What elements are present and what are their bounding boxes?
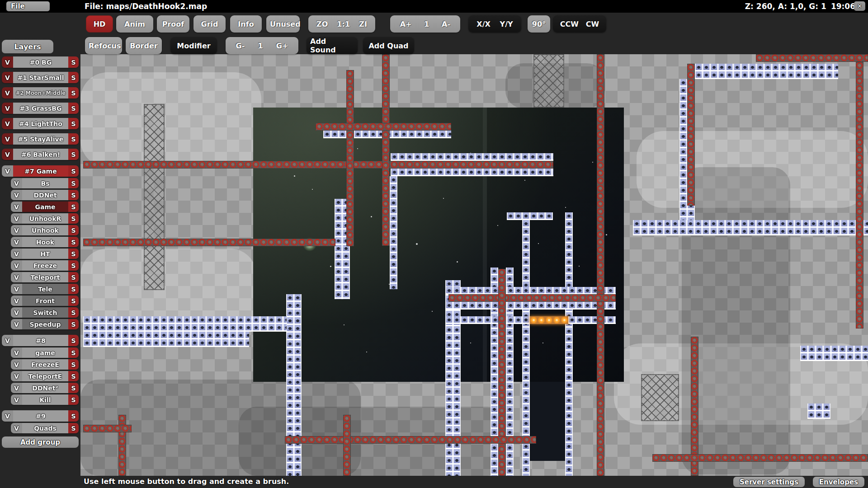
s-button[interactable]: S xyxy=(68,190,79,200)
layer-name[interactable]: FreezeE xyxy=(22,359,68,370)
layer-name[interactable]: TeleportE xyxy=(22,371,68,381)
layer-group-row[interactable]: V#4 LightThoS xyxy=(2,118,79,129)
visibility-toggle-button[interactable]: V xyxy=(11,284,22,294)
visibility-toggle-button[interactable]: V xyxy=(11,178,22,188)
layer-name[interactable]: game xyxy=(22,347,68,358)
visibility-toggle-button[interactable]: V xyxy=(11,260,22,271)
group-name[interactable]: #5 StayAlive xyxy=(13,133,68,145)
layer-row[interactable]: VSpeedupS xyxy=(11,319,79,329)
s-button[interactable]: S xyxy=(68,165,79,177)
visibility-toggle-button[interactable]: V xyxy=(2,133,13,145)
visibility-toggle-button[interactable]: V xyxy=(11,359,22,370)
layer-row[interactable]: VHTS xyxy=(11,249,79,259)
grid-size-group-label[interactable]: G+ xyxy=(276,42,288,50)
s-button[interactable]: S xyxy=(68,87,79,99)
layer-name[interactable]: Bs xyxy=(22,178,68,188)
layer-name[interactable]: Game xyxy=(22,202,68,212)
visibility-toggle-button[interactable]: V xyxy=(11,296,22,306)
group-name[interactable]: #1 StarSmall xyxy=(13,72,68,83)
visibility-toggle-button[interactable]: V xyxy=(11,237,22,247)
layer-row[interactable]: VTeleportES xyxy=(11,371,79,381)
layer-row[interactable]: VFrontS xyxy=(11,296,79,306)
map-canvas[interactable] xyxy=(80,54,868,476)
s-button[interactable]: S xyxy=(68,260,79,271)
modifier-button[interactable]: Modifier xyxy=(170,37,217,54)
layer-row[interactable]: VHookS xyxy=(11,237,79,247)
layer-group-row[interactable]: V#3 GrassBGS xyxy=(2,103,79,114)
s-button[interactable]: S xyxy=(68,213,79,224)
layer-name[interactable]: Freeze xyxy=(22,260,68,271)
layer-name[interactable]: UnhookR xyxy=(22,213,68,224)
border-button[interactable]: Border xyxy=(126,37,162,54)
visibility-toggle-button[interactable]: V xyxy=(2,72,13,83)
layer-name[interactable]: Quads xyxy=(22,423,68,433)
group-name[interactable]: #3 GrassBG xyxy=(13,103,68,114)
flip-group-label[interactable]: Y/Y xyxy=(500,20,513,28)
s-button[interactable]: S xyxy=(68,383,79,393)
s-button[interactable]: S xyxy=(68,394,79,405)
layer-name[interactable]: Hook xyxy=(22,237,68,247)
group-name[interactable]: #9 xyxy=(13,410,68,422)
layer-name[interactable]: Unhook xyxy=(22,225,68,235)
visibility-toggle-button[interactable]: V xyxy=(11,347,22,358)
s-button[interactable]: S xyxy=(68,319,79,329)
layer-group-row[interactable]: V#9S xyxy=(2,410,79,422)
animation-speed-group-label[interactable]: A+ xyxy=(400,20,412,28)
rotate-90-button[interactable]: 90° xyxy=(528,15,550,33)
layer-row[interactable]: VgameS xyxy=(11,347,79,358)
s-button[interactable]: S xyxy=(68,335,79,346)
s-button[interactable]: S xyxy=(68,178,79,188)
layer-row[interactable]: VGameS xyxy=(11,202,79,212)
refocus-button[interactable]: Refocus xyxy=(85,37,122,54)
flip-group[interactable]: X/XY/Y xyxy=(468,15,521,33)
animation-speed-group[interactable]: A+1A- xyxy=(390,15,460,33)
s-button[interactable]: S xyxy=(68,237,79,247)
visibility-toggle-button[interactable]: V xyxy=(11,394,22,405)
s-button[interactable]: S xyxy=(68,202,79,212)
s-button[interactable]: S xyxy=(68,371,79,381)
s-button[interactable]: S xyxy=(68,225,79,235)
server-settings-button[interactable]: Server settings xyxy=(733,477,805,487)
group-name[interactable]: #7 Game xyxy=(13,165,68,177)
layer-name[interactable]: Teleport xyxy=(22,272,68,282)
visibility-toggle-button[interactable]: V xyxy=(2,56,13,68)
layer-group-row[interactable]: V#7 GameS xyxy=(2,165,79,177)
layer-group-row[interactable]: V#0 BGS xyxy=(2,56,79,68)
grid-size-group[interactable]: G-1G+ xyxy=(226,37,298,54)
layer-name[interactable]: Tele xyxy=(22,284,68,294)
s-button[interactable]: S xyxy=(68,410,79,422)
layer-name[interactable]: Front xyxy=(22,296,68,306)
layer-name[interactable]: DDNet² xyxy=(22,383,68,393)
s-button[interactable]: S xyxy=(68,284,79,294)
info-toggle[interactable]: Info xyxy=(230,15,262,33)
group-name[interactable]: #6 Balken! xyxy=(13,149,68,160)
visibility-toggle-button[interactable]: V xyxy=(11,423,22,433)
layer-name[interactable]: Speedup xyxy=(22,319,68,329)
visibility-toggle-button[interactable]: V xyxy=(2,103,13,114)
file-menu-button[interactable]: File xyxy=(6,1,50,11)
zoom-group[interactable]: ZO1:1ZI xyxy=(308,15,375,33)
add-quad-button[interactable]: Add Quad xyxy=(363,37,414,54)
visibility-toggle-button[interactable]: V xyxy=(2,149,13,160)
proof-toggle[interactable]: Proof xyxy=(157,15,189,33)
s-button[interactable]: S xyxy=(68,272,79,282)
animation-speed-group-label[interactable]: A- xyxy=(442,20,450,28)
visibility-toggle-button[interactable]: V xyxy=(11,371,22,381)
s-button[interactable]: S xyxy=(68,149,79,160)
s-button[interactable]: S xyxy=(68,359,79,370)
close-icon[interactable]: ✕ xyxy=(854,1,865,11)
group-name[interactable]: #0 BG xyxy=(13,56,68,68)
s-button[interactable]: S xyxy=(68,56,79,68)
layer-group-row[interactable]: V#8S xyxy=(2,335,79,346)
s-button[interactable]: S xyxy=(68,249,79,259)
layer-row[interactable]: VDDNet²S xyxy=(11,383,79,393)
layer-row[interactable]: VKillS xyxy=(11,394,79,405)
anim-toggle[interactable]: Anim xyxy=(116,15,153,33)
layer-group-row[interactable]: V#5 StayAliveS xyxy=(2,133,79,145)
flip-group-label[interactable]: X/X xyxy=(476,20,491,28)
envelopes-button[interactable]: Envelopes xyxy=(813,477,864,487)
rotate-group[interactable]: CCWCW xyxy=(553,15,606,33)
visibility-toggle-button[interactable]: V xyxy=(11,249,22,259)
layer-group-row[interactable]: V#6 Balken!S xyxy=(2,149,79,160)
visibility-toggle-button[interactable]: V xyxy=(11,213,22,224)
